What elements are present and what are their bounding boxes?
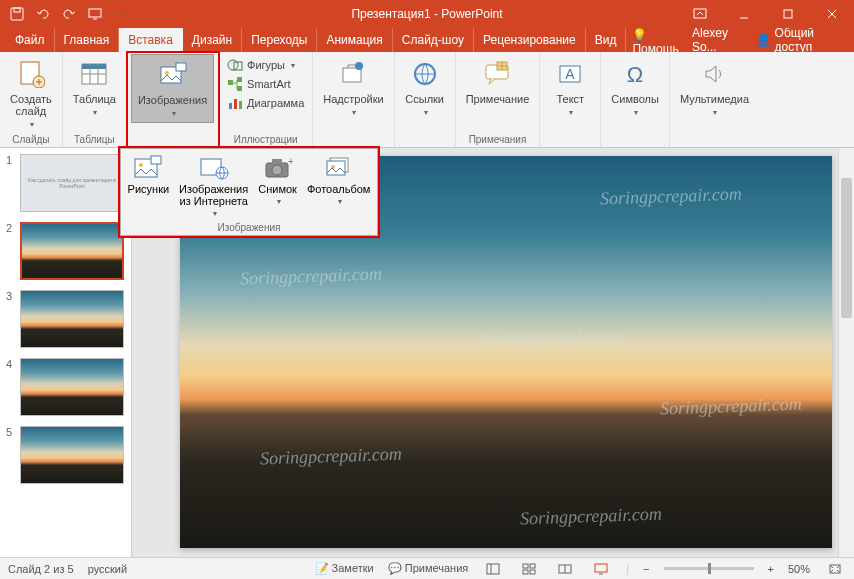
svg-rect-8 — [82, 64, 106, 69]
chart-button[interactable]: Диаграмма — [223, 94, 308, 112]
minimize-button[interactable] — [722, 0, 766, 28]
group-symbols: ΩСимволы — [601, 52, 670, 147]
zoom-in-button[interactable]: + — [768, 563, 774, 575]
pictures-from-file-button[interactable]: Рисунки — [123, 153, 175, 197]
window-controls — [678, 0, 854, 28]
group-media: Мультимедиа — [670, 52, 759, 147]
svg-text:A: A — [566, 66, 576, 82]
group-addins: Надстройки — [313, 52, 394, 147]
ribbon-display-options[interactable] — [678, 0, 722, 28]
table-button[interactable]: Таблица — [67, 54, 122, 121]
zoom-slider[interactable] — [664, 567, 754, 570]
save-button[interactable] — [6, 3, 28, 25]
tab-transitions[interactable]: Переходы — [242, 28, 317, 52]
new-slide-label: Создать слайд — [10, 93, 52, 117]
chart-icon — [227, 95, 243, 111]
tab-view[interactable]: Вид — [586, 28, 627, 52]
sorter-view-button[interactable] — [518, 560, 540, 578]
addins-icon — [337, 58, 369, 90]
start-slideshow-button[interactable] — [84, 3, 106, 25]
smartart-button[interactable]: SmartArt — [223, 75, 308, 93]
group-tables: Таблица Таблицы — [63, 52, 127, 147]
svg-rect-16 — [237, 86, 242, 91]
svg-point-34 — [272, 165, 282, 175]
photo-album-button[interactable]: Фотоальбом — [302, 153, 376, 208]
qat-customize[interactable] — [110, 3, 132, 25]
tab-file[interactable]: Файл — [6, 28, 55, 52]
online-pictures-button[interactable]: Изображения из Интернета — [174, 153, 253, 220]
svg-rect-41 — [523, 564, 528, 568]
close-button[interactable] — [810, 0, 854, 28]
screenshot-button[interactable]: +Снимок — [253, 153, 302, 208]
svg-rect-42 — [530, 564, 535, 568]
textbox-icon: A — [554, 58, 586, 90]
comment-button[interactable]: Примечание — [460, 54, 536, 109]
tab-home[interactable]: Главная — [55, 28, 120, 52]
group-text: AТекст — [540, 52, 601, 147]
title-bar: Презентация1 - PowerPoint — [0, 0, 854, 28]
slide-thumbnails-panel[interactable]: 1Как сделать слайд для презентации в Pow… — [0, 148, 132, 557]
tab-help[interactable]: 💡Помощь — [626, 28, 692, 52]
thumbnail-5[interactable]: 5 — [6, 426, 125, 484]
slideshow-view-button[interactable] — [590, 560, 612, 578]
tab-design[interactable]: Дизайн — [183, 28, 242, 52]
media-button[interactable]: Мультимедиа — [674, 54, 755, 121]
language-indicator[interactable]: русский — [88, 563, 127, 575]
symbols-button[interactable]: ΩСимволы — [605, 54, 665, 121]
thumbnail-3[interactable]: 3 — [6, 290, 125, 348]
zoom-level[interactable]: 50% — [788, 563, 810, 575]
tab-insert[interactable]: Вставка — [119, 28, 183, 52]
reading-view-button[interactable] — [554, 560, 576, 578]
svg-rect-19 — [239, 101, 242, 109]
window-title: Презентация1 - PowerPoint — [351, 7, 502, 21]
tab-review[interactable]: Рецензирование — [474, 28, 586, 52]
svg-rect-43 — [523, 570, 528, 574]
addins-button[interactable]: Надстройки — [317, 54, 389, 121]
group-illustrations: Фигуры SmartArt Диаграмма Иллюстрации — [219, 52, 313, 147]
new-slide-button[interactable]: Создать слайд — [4, 54, 58, 133]
notes-button[interactable]: 📝 Заметки — [315, 562, 374, 575]
normal-view-button[interactable] — [482, 560, 504, 578]
status-bar: Слайд 2 из 5 русский 📝 Заметки 💬 Примеча… — [0, 557, 854, 579]
maximize-button[interactable] — [766, 0, 810, 28]
tab-animations[interactable]: Анимация — [317, 28, 392, 52]
comment-icon — [481, 58, 513, 90]
undo-button[interactable] — [32, 3, 54, 25]
group-links: Ссылки — [395, 52, 456, 147]
svg-point-21 — [355, 62, 363, 70]
svg-rect-14 — [228, 80, 233, 85]
links-button[interactable]: Ссылки — [399, 54, 451, 121]
redo-button[interactable] — [58, 3, 80, 25]
account-name[interactable]: Alexey So... — [692, 26, 748, 54]
thumbnail-4[interactable]: 4 — [6, 358, 125, 416]
svg-rect-11 — [176, 63, 186, 71]
shapes-icon — [227, 57, 243, 73]
svg-rect-17 — [229, 103, 232, 109]
group-images: Изображения Изображения — [127, 52, 219, 147]
images-button[interactable]: Изображения — [131, 54, 214, 123]
tab-slideshow[interactable]: Слайд-шоу — [393, 28, 474, 52]
svg-rect-0 — [11, 8, 23, 20]
group-comments: Примечание Примечания — [456, 52, 541, 147]
thumbnail-2[interactable]: 2 — [6, 222, 125, 280]
link-icon — [409, 58, 441, 90]
share-button[interactable]: 👤Общий доступ — [756, 26, 842, 54]
scrollbar-thumb[interactable] — [841, 178, 852, 318]
omega-icon: Ω — [619, 58, 651, 90]
comments-button[interactable]: 💬 Примечания — [388, 562, 469, 575]
ribbon-insert: Создать слайд Слайды Таблица Таблицы Изо… — [0, 52, 854, 148]
zoom-out-button[interactable]: − — [643, 563, 649, 575]
svg-rect-44 — [530, 570, 535, 574]
svg-rect-3 — [694, 9, 706, 18]
text-button[interactable]: AТекст — [544, 54, 596, 121]
svg-rect-15 — [237, 77, 242, 82]
speaker-icon — [698, 58, 730, 90]
quick-access-toolbar — [0, 3, 138, 25]
shapes-button[interactable]: Фигуры — [223, 56, 308, 74]
vertical-scrollbar[interactable] — [838, 148, 854, 557]
svg-text:+: + — [288, 156, 293, 167]
thumbnail-1[interactable]: 1Как сделать слайд для презентации в Pow… — [6, 154, 125, 212]
svg-rect-4 — [784, 10, 792, 18]
svg-text:Ω: Ω — [627, 62, 643, 87]
fit-to-window-button[interactable] — [824, 560, 846, 578]
